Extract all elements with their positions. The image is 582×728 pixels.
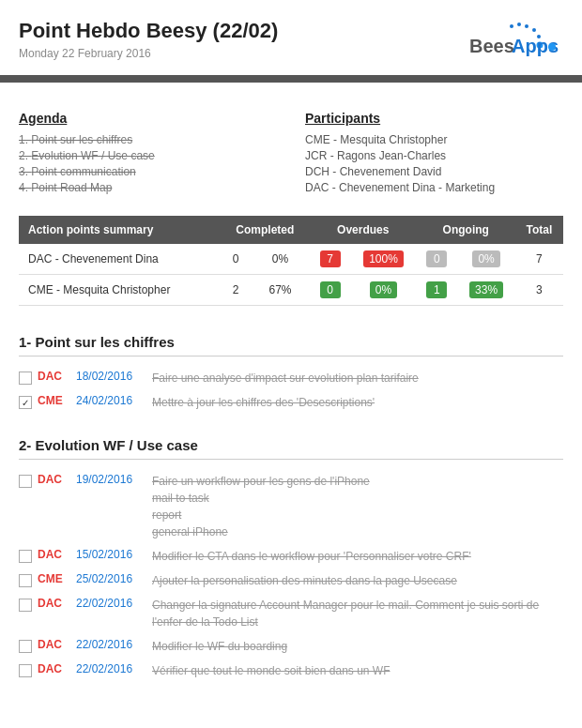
row2-overdues: 0	[310, 275, 351, 306]
row2-overdues-pct: 0%	[350, 275, 416, 306]
col-completed: Completed	[221, 216, 310, 244]
row1-completed-pct: 0%	[251, 244, 310, 275]
row1-name: DAC - Chevenement Dina	[19, 244, 221, 275]
row1-overdues-pct: 100%	[350, 244, 416, 275]
action-date: 22/02/2016	[76, 638, 146, 651]
participants-section: Participants CME - Mesquita Christopher …	[305, 111, 563, 197]
action-date: 19/02/2016	[76, 473, 146, 486]
action-date: 24/02/2016	[76, 394, 146, 407]
section2-title: 2- Evolution WF / Use case	[19, 437, 563, 460]
action-date: 25/02/2016	[76, 572, 146, 585]
beesapps-logo: Bees Apps	[460, 19, 563, 66]
svg-point-2	[525, 24, 528, 28]
list-item: DAC 15/02/2016 Modifier le CTA dans le w…	[19, 544, 563, 569]
participant-3: DCH - Chevenement David	[305, 165, 563, 178]
svg-point-1	[517, 23, 521, 26]
row1-ongoing: 0	[417, 244, 458, 275]
header-separator	[0, 75, 582, 83]
action-date: 18/02/2016	[76, 370, 146, 383]
table-row: CME - Mesquita Christopher 2 67% 0 0% 1 …	[19, 275, 563, 306]
tag-dac: DAC	[38, 473, 70, 486]
row1-total: 7	[515, 244, 563, 275]
section1: 1- Point sur les chiffres DAC 18/02/2016…	[0, 325, 582, 415]
tag-dac: DAC	[38, 548, 70, 561]
row1-ongoing-pct: 0%	[457, 244, 515, 275]
section2: 2- Evolution WF / Use case DAC 19/02/201…	[0, 428, 582, 683]
action-date: 22/02/2016	[76, 662, 146, 675]
action-date: 15/02/2016	[76, 548, 146, 561]
row2-completed: 2	[221, 275, 251, 306]
checkbox-unchecked[interactable]	[19, 475, 32, 488]
action-date: 22/02/2016	[76, 597, 146, 610]
participants-list: CME - Mesquita Christopher JCR - Ragons …	[305, 133, 563, 194]
participant-2: JCR - Ragons Jean-Charles	[305, 149, 563, 162]
logo: Bees Apps	[460, 19, 563, 66]
list-item: ✓ CME 24/02/2016 Mettre à jour les chiff…	[19, 390, 563, 415]
agenda-participants-section: Agenda Point sur les chiffres Evolution …	[0, 101, 582, 216]
row2-ongoing: 1	[417, 275, 458, 306]
agenda-item-3: Point communication	[19, 165, 277, 178]
action-text: Modifier le WF du boarding	[152, 638, 287, 655]
row2-total: 3	[515, 275, 563, 306]
svg-text:Bees: Bees	[469, 36, 514, 56]
table-row: DAC - Chevenement Dina 0 0% 7 100% 0 0% …	[19, 244, 563, 275]
page-date: Monday 22 February 2016	[19, 47, 278, 60]
col-action-points: Action points summary	[19, 216, 221, 244]
tag-dac: DAC	[38, 370, 70, 383]
agenda-item-1: Point sur les chiffres	[19, 133, 277, 146]
page-title: Point Hebdo Beesy (22/02)	[19, 19, 278, 43]
agenda-title: Agenda	[19, 111, 277, 126]
agenda-list: Point sur les chiffres Evolution WF / Us…	[19, 133, 277, 194]
row1-completed: 0	[221, 244, 251, 275]
checkbox-unchecked[interactable]	[19, 664, 32, 677]
list-item: DAC 18/02/2016 Faire une analyse d'impac…	[19, 366, 563, 390]
action-text: Faire un workflow pour les gens de l'iPh…	[152, 473, 370, 540]
col-total: Total	[515, 216, 563, 244]
agenda-section: Agenda Point sur les chiffres Evolution …	[19, 111, 277, 197]
checkbox-unchecked[interactable]	[19, 599, 32, 612]
tag-dac: DAC	[38, 638, 70, 651]
checkbox-unchecked[interactable]	[19, 550, 32, 563]
row2-name: CME - Mesquita Christopher	[19, 275, 221, 306]
summary-table-section: Action points summary Completed Overdues…	[0, 216, 582, 325]
action-text: Vérifier que tout le monde soit bien dan…	[152, 662, 390, 679]
summary-table: Action points summary Completed Overdues…	[19, 216, 563, 306]
row1-overdues: 7	[310, 244, 351, 275]
participant-1: CME - Mesquita Christopher	[305, 133, 563, 146]
list-item: DAC 22/02/2016 Vérifier que tout le mond…	[19, 659, 563, 683]
list-item: CME 25/02/2016 Ajouter la personalisatio…	[19, 569, 563, 593]
header-left: Point Hebdo Beesy (22/02) Monday 22 Febr…	[19, 19, 278, 60]
action-text: Modifier le CTA dans le workflow pour 'P…	[152, 548, 471, 565]
agenda-item-2: Evolution WF / Use case	[19, 149, 277, 162]
tag-dac: DAC	[38, 597, 70, 610]
action-text: Changer la signature Account Manager pou…	[152, 597, 563, 630]
page-header: Point Hebdo Beesy (22/02) Monday 22 Febr…	[0, 0, 582, 75]
tag-cme: CME	[38, 572, 70, 585]
checkbox-unchecked[interactable]	[19, 640, 32, 653]
participant-4: DAC - Chevenement Dina - Marketing	[305, 181, 563, 194]
tag-dac: DAC	[38, 662, 70, 675]
list-item: DAC 22/02/2016 Modifier le WF du boardin…	[19, 634, 563, 659]
row2-ongoing-pct: 33%	[457, 275, 515, 306]
section1-title: 1- Point sur les chiffres	[19, 334, 563, 356]
agenda-item-4: Point Road Map	[19, 181, 277, 194]
action-text: Mettre à jour les chiffres des 'Desescri…	[152, 394, 375, 411]
col-ongoing: Ongoing	[417, 216, 515, 244]
svg-point-0	[510, 24, 513, 28]
svg-point-8	[548, 43, 556, 51]
participants-title: Participants	[305, 111, 563, 126]
action-text: Ajouter la personalisation des minutes d…	[152, 572, 457, 589]
checkbox-unchecked[interactable]	[19, 372, 32, 385]
svg-point-3	[532, 28, 536, 32]
row2-completed-pct: 67%	[251, 275, 310, 306]
list-item: DAC 19/02/2016 Faire un workflow pour le…	[19, 469, 563, 544]
action-text: Faire une analyse d'impact sur evolution…	[152, 370, 419, 387]
list-item: DAC 22/02/2016 Changer la signature Acco…	[19, 593, 563, 634]
checkbox-unchecked[interactable]	[19, 574, 32, 587]
tag-cme: CME	[38, 394, 70, 407]
checkbox-checked[interactable]: ✓	[19, 396, 32, 409]
col-overdues: Overdues	[310, 216, 417, 244]
